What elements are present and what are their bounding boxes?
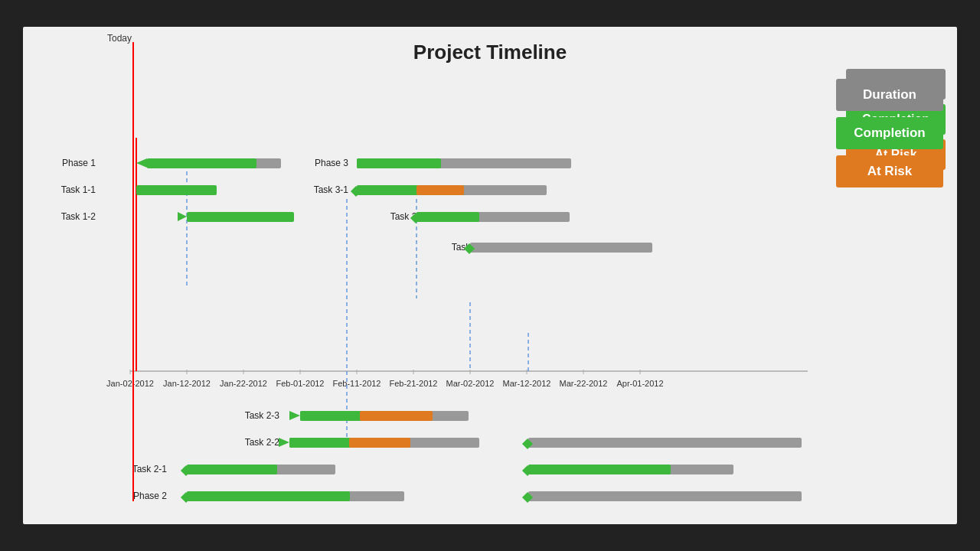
- phase3-label: Phase 3: [315, 158, 348, 168]
- legend-atrisk-label: At Risk: [867, 164, 913, 179]
- task12-arrow: [178, 212, 187, 221]
- legend: Duration Completion At Risk: [836, 79, 943, 187]
- today-line: [132, 42, 134, 501]
- task23-bar-orange: [360, 411, 433, 421]
- chart-title: Project Timeline: [23, 27, 957, 64]
- axis-date-9: Apr-01-2012: [616, 379, 663, 388]
- legend-completion-box: Completion: [836, 117, 943, 149]
- task33-bar-gray: [470, 243, 652, 253]
- axis-date-3: Feb-01-2012: [276, 379, 325, 388]
- axis-date-4: Feb-11-2012: [333, 379, 381, 388]
- phase1-bar-green: [147, 158, 256, 168]
- axis-date-0: Jan-02-2012: [106, 379, 154, 388]
- axis-date-7: Mar-12-2012: [503, 379, 551, 388]
- legend-atrisk-box: At Risk: [836, 155, 943, 187]
- task21-bar-green: [187, 465, 277, 474]
- phase4-bar-gray: [528, 491, 802, 501]
- task22-arrow: [279, 438, 289, 447]
- task12-label: Task 1-2: [61, 211, 96, 222]
- axis-date-6: Mar-02-2012: [446, 379, 495, 388]
- axis-date-2: Jan-22-2012: [220, 379, 267, 388]
- task23-label: Task 2-3: [245, 410, 280, 421]
- task31-bar-orange: [416, 185, 464, 195]
- task22-label: Task 2-2: [245, 437, 280, 448]
- axis-date-1: Jan-12-2012: [163, 379, 211, 388]
- chart-container: Project Timeline Duration Completion At …: [23, 27, 957, 524]
- task42-bar-gray: [528, 438, 802, 448]
- phase3-bar-green: [357, 158, 441, 168]
- task12-bar-green: [187, 212, 294, 222]
- task31-label: Task 3-1: [314, 184, 349, 195]
- axis-date-5: Feb-21-2012: [390, 379, 438, 388]
- phase1-arrow: [136, 158, 147, 168]
- task22-bar-orange: [349, 438, 410, 448]
- phase2-label: Phase 2: [133, 491, 167, 501]
- task11-bar-green: [136, 185, 217, 195]
- legend-completion-label: Completion: [854, 126, 926, 141]
- task21-label: Task 2-1: [132, 464, 168, 474]
- task23-arrow: [289, 411, 300, 420]
- phase1-label: Phase 1: [62, 158, 96, 168]
- gantt-svg: Jan-02-2012 Jan-12-2012 Jan-22-2012 Feb-…: [54, 73, 812, 509]
- task41-bar-green: [528, 465, 671, 474]
- phase2-bar-green: [187, 491, 350, 501]
- legend-duration-box: Duration: [836, 79, 943, 111]
- legend-duration-label: Duration: [863, 87, 916, 103]
- today-label: Today: [107, 33, 132, 44]
- task32-bar-green: [416, 212, 479, 222]
- task11-label: Task 1-1: [61, 184, 96, 195]
- axis-date-8: Mar-22-2012: [560, 379, 608, 388]
